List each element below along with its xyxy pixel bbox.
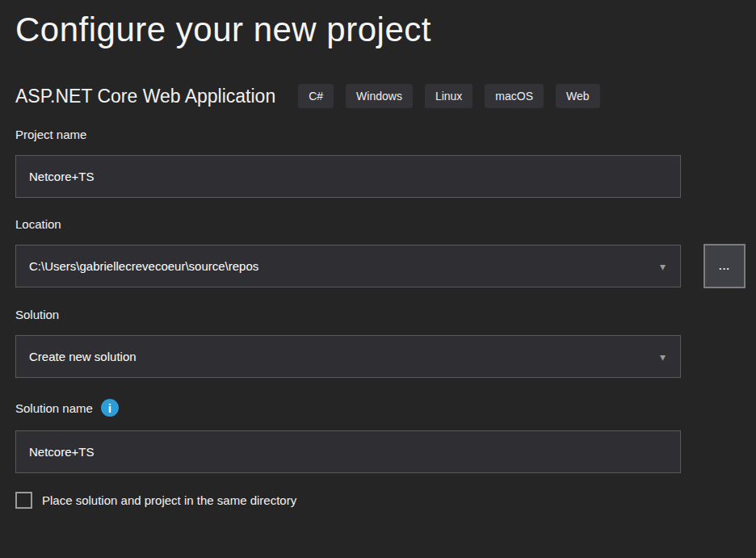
template-header: ASP.NET Core Web Application C# Windows … xyxy=(15,84,746,108)
solution-combobox[interactable]: Create new solution ▾ xyxy=(15,335,681,378)
tag-web: Web xyxy=(556,84,600,108)
template-tags: C# Windows Linux macOS Web xyxy=(298,84,599,108)
solution-value: Create new solution xyxy=(29,350,136,363)
location-row: C:\Users\gabriellecrevecoeur\source\repo… xyxy=(15,231,746,288)
chevron-down-icon[interactable]: ▾ xyxy=(660,261,666,272)
browse-button[interactable]: ... xyxy=(704,244,746,288)
tag-csharp: C# xyxy=(298,84,334,108)
page-title: Configure your new project xyxy=(15,8,746,52)
project-name-label: Project name xyxy=(15,128,746,141)
location-combobox[interactable]: C:\Users\gabriellecrevecoeur\source\repo… xyxy=(15,245,681,287)
solution-name-label-row: Solution name i xyxy=(15,399,746,417)
project-name-input[interactable] xyxy=(15,155,681,198)
tag-windows: Windows xyxy=(346,84,413,108)
solution-label: Solution xyxy=(15,308,746,321)
chevron-down-icon[interactable]: ▾ xyxy=(660,351,666,363)
same-directory-checkbox[interactable] xyxy=(15,492,32,509)
template-name: ASP.NET Core Web Application xyxy=(15,86,275,107)
same-directory-label: Place solution and project in the same d… xyxy=(42,493,296,507)
configure-project-dialog: Configure your new project ASP.NET Core … xyxy=(0,0,756,509)
location-value: C:\Users\gabriellecrevecoeur\source\repo… xyxy=(29,259,258,273)
location-label: Location xyxy=(15,217,746,231)
same-directory-row: Place solution and project in the same d… xyxy=(15,492,746,509)
tag-macos: macOS xyxy=(485,84,544,108)
info-icon[interactable]: i xyxy=(101,399,119,417)
tag-linux: Linux xyxy=(425,84,472,108)
solution-name-input[interactable] xyxy=(15,430,681,473)
solution-name-label: Solution name xyxy=(15,401,93,415)
